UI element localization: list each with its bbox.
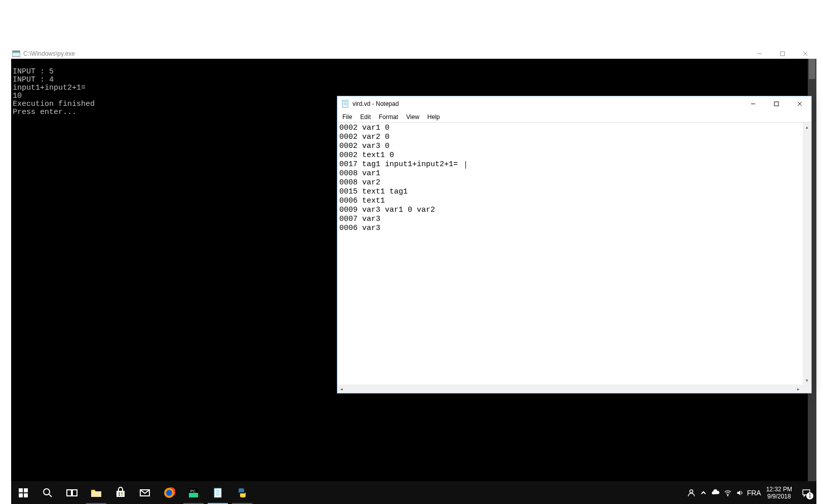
console-line: Press enter...: [13, 108, 76, 117]
mail-button[interactable]: [133, 481, 157, 504]
scroll-down-icon[interactable]: ▾: [803, 376, 811, 384]
network-icon[interactable]: [722, 489, 734, 497]
svg-rect-12: [774, 102, 778, 106]
notepad-titlebar[interactable]: vird.vd - Notepad: [337, 96, 811, 111]
svg-point-39: [727, 495, 728, 495]
svg-point-19: [44, 489, 50, 495]
svg-rect-27: [121, 494, 123, 496]
svg-rect-24: [119, 492, 120, 494]
console-line: input1+input2+1=: [13, 84, 86, 92]
notepad-maximize-button[interactable]: [765, 96, 788, 111]
console-app-icon: [12, 50, 20, 58]
notepad-window: vird.vd - Notepad File Edit Format View …: [337, 96, 812, 394]
svg-rect-15: [19, 488, 23, 492]
svg-rect-16: [24, 488, 28, 492]
tray-chevron-up-icon[interactable]: [697, 490, 710, 496]
notepad-app-icon: [341, 100, 349, 108]
microsoft-store-button[interactable]: [108, 481, 133, 504]
clock[interactable]: 12:32 PM 9/9/2018: [762, 486, 796, 500]
console-line: Execution finished: [13, 100, 95, 108]
console-close-button[interactable]: [794, 49, 816, 59]
svg-rect-1: [13, 51, 20, 53]
firefox-button[interactable]: [157, 481, 181, 504]
svg-rect-26: [119, 494, 120, 496]
notepad-close-button[interactable]: [788, 96, 811, 111]
console-titlebar[interactable]: C:\Windows\py.exe: [11, 49, 816, 59]
notepad-text-area[interactable]: 0002 var1 0 0002 var2 0 0002 var3 0 0002…: [337, 123, 803, 384]
onedrive-icon[interactable]: [710, 488, 722, 497]
people-icon[interactable]: [685, 488, 697, 497]
python-idle-button[interactable]: [230, 481, 254, 504]
text-cursor: [465, 161, 466, 169]
notification-badge: 1: [806, 492, 813, 499]
action-center-button[interactable]: 1: [796, 488, 816, 497]
menu-edit[interactable]: Edit: [356, 112, 375, 122]
svg-rect-4: [780, 52, 785, 56]
file-explorer-button[interactable]: [84, 481, 108, 504]
svg-line-20: [49, 494, 52, 497]
svg-rect-17: [19, 493, 23, 497]
console-title: C:\Windows\py.exe: [23, 50, 748, 57]
svg-rect-21: [67, 490, 71, 496]
svg-point-38: [690, 490, 693, 493]
console-line: 10: [13, 92, 22, 100]
volume-icon[interactable]: [734, 489, 746, 497]
notepad-scroll-corner: [803, 384, 811, 393]
scroll-up-icon[interactable]: ▴: [803, 123, 811, 131]
svg-rect-2: [13, 53, 20, 56]
taskbar-right: FRA 12:32 PM 9/9/2018 1: [685, 481, 816, 504]
clock-time: 12:32 PM: [766, 486, 792, 493]
console-line: INPUT : 4: [13, 75, 54, 84]
console-scrollbar-thumb[interactable]: [809, 59, 815, 79]
scroll-right-icon[interactable]: ▸: [794, 384, 803, 393]
notepad-body: 0002 var1 0 0002 var2 0 0002 var3 0 0002…: [337, 122, 811, 393]
console-maximize-button[interactable]: [771, 49, 794, 59]
svg-rect-7: [342, 100, 348, 107]
notepad-title: vird.vd - Notepad: [352, 100, 741, 107]
svg-text:PC: PC: [190, 489, 195, 493]
svg-rect-18: [24, 493, 28, 497]
notepad-menubar: File Edit Format View Help: [337, 111, 811, 122]
svg-rect-23: [91, 491, 101, 497]
taskbar: PC FRA 12:32 PM 9/9/2018 1: [11, 481, 816, 504]
menu-help[interactable]: Help: [423, 112, 444, 122]
notepad-minimize-button[interactable]: [741, 96, 765, 111]
svg-rect-22: [72, 490, 77, 496]
task-view-button[interactable]: [60, 481, 84, 504]
console-line: INPUT : 5: [13, 67, 54, 76]
notepad-window-controls: [741, 96, 811, 111]
svg-point-30: [166, 490, 172, 496]
console-window-controls: [748, 49, 816, 59]
start-button[interactable]: [11, 481, 35, 504]
menu-file[interactable]: File: [338, 112, 356, 122]
notepad-vertical-scrollbar[interactable]: ▴ ▾: [803, 123, 811, 384]
notepad-taskbar-button[interactable]: [206, 481, 230, 504]
language-indicator[interactable]: FRA: [746, 489, 762, 497]
pycharm-button[interactable]: PC: [181, 481, 206, 504]
clock-date: 9/9/2018: [766, 493, 792, 500]
console-minimize-button[interactable]: [748, 49, 771, 59]
menu-view[interactable]: View: [402, 112, 423, 122]
menu-format[interactable]: Format: [375, 112, 402, 122]
svg-rect-25: [121, 492, 123, 494]
notepad-horizontal-scrollbar[interactable]: ◂ ▸: [337, 384, 803, 393]
scroll-left-icon[interactable]: ◂: [337, 384, 346, 393]
search-button[interactable]: [35, 481, 60, 504]
taskbar-left: PC: [11, 481, 254, 504]
